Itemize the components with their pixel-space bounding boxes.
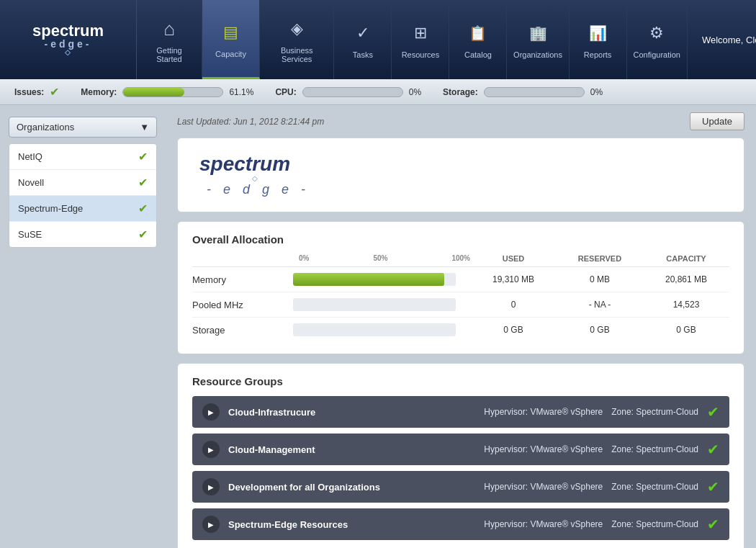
novell-check-icon: ✔	[138, 176, 148, 189]
nav-tasks-label: Tasks	[353, 50, 373, 59]
rg-name-cloud-mgmt: Cloud-Management	[228, 444, 475, 455]
nav-reports[interactable]: Reports	[570, 0, 627, 79]
cpu-progress-bar	[302, 87, 403, 97]
sidebar: Organizations ▼ NetIQ ✔ Novell ✔ Spectru…	[0, 105, 166, 548]
pooled-bar	[293, 298, 456, 311]
memory-label: Memory:	[81, 87, 117, 97]
storage-reserved: 0 GB	[557, 325, 643, 335]
zone-val-3: Spectrum-Cloud	[636, 519, 698, 529]
nav-configuration[interactable]: Configuration	[627, 0, 688, 79]
sidebar-item-label: Spectrum-Edge	[18, 203, 83, 214]
check-icon-spectrum-edge: ✔	[707, 516, 719, 533]
organizations-dropdown[interactable]: Organizations ▼	[9, 117, 157, 138]
check-icon-cloud-mgmt: ✔	[707, 441, 719, 458]
memory-reserved: 0 MB	[557, 274, 643, 284]
rg-zone-cloud-infra: Zone: Spectrum-Cloud	[611, 407, 698, 417]
nav-organizations[interactable]: Organizations	[507, 0, 569, 79]
nav-catalog[interactable]: Catalog	[449, 0, 507, 79]
resource-groups-card: Resource Groups ▶ Cloud-Infrastrucure Hy…	[177, 363, 744, 548]
zone-label-1: Zone:	[611, 444, 634, 454]
logo-diamond: ◇	[32, 49, 104, 56]
play-button-cloud-mgmt[interactable]: ▶	[202, 441, 220, 458]
hypervisor-val-1: VMware® vSphere	[530, 444, 603, 454]
sidebar-item-label: SuSE	[18, 229, 42, 240]
rg-meta-cloud-infra: Hypervisor: VMware® vSphere	[484, 407, 603, 417]
reports-icon	[585, 20, 611, 46]
cpu-status: CPU: 0%	[275, 87, 421, 97]
rg-name-spectrum-edge: Spectrum-Edge Resources	[228, 519, 475, 530]
update-button[interactable]: Update	[690, 112, 744, 130]
organizations-list: NetIQ ✔ Novell ✔ Spectrum-Edge ✔ SuSE ✔	[9, 143, 157, 248]
logo-card: spectrum ◇ - e d g e -	[177, 138, 744, 212]
resource-group-item-spectrum-edge[interactable]: ▶ Spectrum-Edge Resources Hypervisor: VM…	[192, 508, 729, 540]
nav-capacity-label: Capacity	[215, 50, 246, 58]
memory-progress-fill	[123, 88, 184, 96]
home-icon	[156, 16, 182, 42]
status-bar: Issues: ✔ Memory: 61.1% CPU: 0% Storage:…	[0, 79, 756, 105]
hypervisor-label-1: Hypervisor:	[484, 444, 528, 454]
resource-group-item-cloud-mgmt[interactable]: ▶ Cloud-Management Hypervisor: VMware® v…	[192, 434, 729, 465]
memory-used: 19,310 MB	[470, 274, 557, 284]
nav-orgs-label: Organizations	[513, 50, 562, 59]
allocation-table: 0% 50% 100% USED RESERVED CAPACITY Me	[192, 254, 729, 342]
storage-label: Storage:	[443, 87, 478, 97]
nav-capacity[interactable]: Capacity	[202, 0, 260, 79]
spectrum-logo: spectrum ◇ - e d g e -	[199, 153, 310, 197]
nav-resources-label: Resources	[402, 50, 440, 59]
pooled-bar-cell	[293, 298, 470, 311]
nav-items: Getting Started Capacity Business Servic…	[137, 0, 688, 79]
logo-line1: spectrum	[199, 153, 310, 176]
allocation-card: Overall Allocation 0% 50% 100%	[177, 221, 744, 354]
nav-tasks[interactable]: Tasks	[334, 0, 392, 79]
hypervisor-label-0: Hypervisor:	[484, 407, 528, 417]
allocation-card-body: Overall Allocation 0% 50% 100%	[178, 222, 744, 354]
storage-percent: 0%	[590, 87, 603, 97]
allocation-header: 0% 50% 100% USED RESERVED CAPACITY	[192, 254, 729, 267]
rg-meta-dev-all: Hypervisor: VMware® vSphere	[484, 482, 603, 492]
nav-resources[interactable]: Resources	[392, 0, 449, 79]
sidebar-item-netiq[interactable]: NetIQ ✔	[9, 144, 156, 170]
play-button-cloud-infra[interactable]: ▶	[202, 403, 220, 421]
zone-label-2: Zone:	[611, 482, 634, 492]
resource-groups-card-body: Resource Groups ▶ Cloud-Infrastrucure Hy…	[178, 364, 744, 548]
issues-check-icon: ✔	[50, 85, 59, 99]
resource-group-item-cloud-infra[interactable]: ▶ Cloud-Infrastrucure Hypervisor: VMware…	[192, 396, 729, 428]
main-panel: Last Updated: Jun 1, 2012 8:21:44 pm Upd…	[166, 105, 756, 548]
issues-status: Issues: ✔	[14, 85, 59, 99]
bar-scale-100: 100%	[451, 254, 470, 262]
storage-used: 0 GB	[470, 325, 557, 335]
sidebar-item-spectrum-edge[interactable]: Spectrum-Edge ✔	[9, 196, 156, 222]
storage-bar-cell	[293, 323, 470, 336]
hypervisor-val-2: VMware® vSphere	[530, 482, 603, 492]
check-icon-cloud-infra: ✔	[707, 403, 719, 421]
welcome-text: Welcome, Cloud Manager	[702, 35, 756, 45]
col-used-header: USED	[470, 254, 557, 264]
zone-label-3: Zone:	[611, 519, 634, 529]
capacity-icon	[217, 19, 243, 45]
suse-check-icon: ✔	[138, 228, 148, 241]
hypervisor-label-2: Hypervisor:	[484, 482, 528, 492]
memory-status: Memory: 61.1%	[81, 87, 253, 97]
allocation-title: Overall Allocation	[192, 233, 729, 246]
col-capacity-header: CAPACITY	[643, 254, 729, 264]
play-button-spectrum-edge[interactable]: ▶	[202, 516, 220, 533]
nav-getting-started-label: Getting Started	[148, 46, 190, 63]
allocation-row-pooled: Pooled MHz 0 - NA - 14,523	[192, 292, 729, 318]
sidebar-item-novell[interactable]: Novell ✔	[9, 170, 156, 196]
memory-bar	[293, 273, 456, 286]
netiq-check-icon: ✔	[138, 150, 148, 163]
resources-icon	[408, 20, 433, 46]
resource-group-item-dev-all[interactable]: ▶ Development for all Organizations Hype…	[192, 471, 729, 503]
nav-business-services[interactable]: Business Services	[260, 0, 334, 79]
allocation-row-storage: Storage 0 GB 0 GB 0 GB	[192, 318, 729, 342]
pooled-reserved: - NA -	[557, 300, 643, 310]
sidebar-item-suse[interactable]: SuSE ✔	[9, 222, 156, 247]
col-reserved-header: RESERVED	[557, 254, 643, 264]
header: spectrum -edge- ◇ Getting Started Capaci…	[0, 0, 756, 79]
play-button-dev-all[interactable]: ▶	[202, 478, 220, 495]
nav-getting-started[interactable]: Getting Started	[137, 0, 202, 79]
hypervisor-val-0: VMware® vSphere	[530, 407, 603, 417]
content: Organizations ▼ NetIQ ✔ Novell ✔ Spectru…	[0, 105, 756, 548]
cpu-percent: 0%	[409, 87, 421, 97]
zone-val-0: Spectrum-Cloud	[636, 407, 698, 417]
